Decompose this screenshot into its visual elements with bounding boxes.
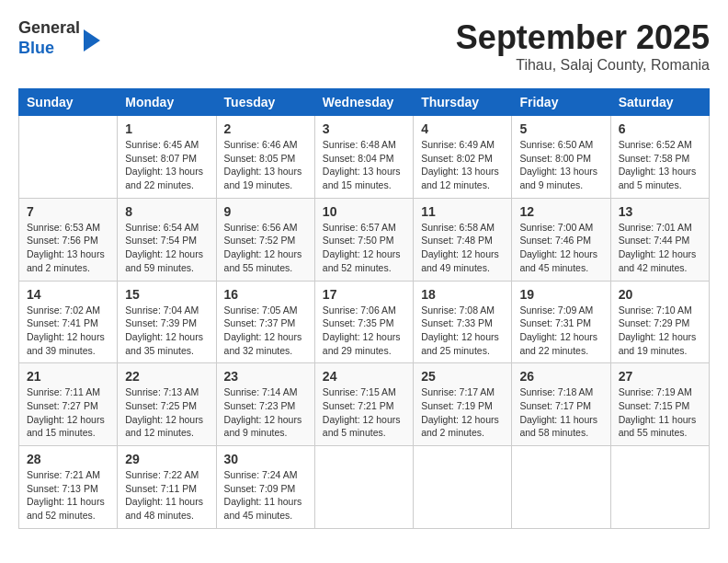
day-info: Sunrise: 7:06 AMSunset: 7:35 PMDaylight:… [323,304,405,358]
day-number: 1 [125,121,208,136]
day-info: Sunrise: 6:58 AMSunset: 7:48 PMDaylight:… [421,221,504,275]
day-number: 3 [323,121,405,136]
day-info: Sunrise: 7:21 AMSunset: 7:13 PMDaylight:… [27,468,109,523]
calendar-cell: 28Sunrise: 7:21 AMSunset: 7:13 PMDayligh… [19,446,118,529]
day-info: Sunrise: 7:08 AMSunset: 7:33 PMDaylight:… [421,304,504,358]
day-number: 17 [323,287,405,302]
day-number: 30 [224,452,307,466]
day-info: Sunrise: 6:52 AMSunset: 7:58 PMDaylight:… [619,138,701,192]
calendar-cell: 13Sunrise: 7:01 AMSunset: 7:44 PMDayligh… [610,198,709,281]
calendar-week-row: 14Sunrise: 7:02 AMSunset: 7:41 PMDayligh… [19,281,710,363]
calendar-cell: 18Sunrise: 7:08 AMSunset: 7:33 PMDayligh… [414,281,512,363]
calendar-week-row: 21Sunrise: 7:11 AMSunset: 7:27 PMDayligh… [19,363,710,446]
day-number: 12 [519,204,602,219]
calendar-cell: 30Sunrise: 7:24 AMSunset: 7:09 PMDayligh… [216,446,314,529]
logo-arrow-icon [84,29,100,52]
day-info: Sunrise: 7:02 AMSunset: 7:41 PMDaylight:… [27,304,109,358]
day-number: 15 [125,287,208,302]
calendar-cell: 19Sunrise: 7:09 AMSunset: 7:31 PMDayligh… [512,281,610,363]
day-number: 10 [323,204,405,219]
day-number: 23 [224,369,307,384]
day-number: 7 [27,204,109,219]
col-header-friday: Friday [512,89,610,116]
calendar-cell: 14Sunrise: 7:02 AMSunset: 7:41 PMDayligh… [19,281,118,363]
day-info: Sunrise: 6:48 AMSunset: 8:04 PMDaylight:… [323,138,405,192]
day-number: 21 [27,369,109,384]
day-number: 6 [619,121,701,136]
day-number: 5 [519,121,602,136]
calendar-cell: 4Sunrise: 6:49 AMSunset: 8:02 PMDaylight… [414,116,512,199]
col-header-tuesday: Tuesday [216,89,314,116]
day-info: Sunrise: 7:04 AMSunset: 7:39 PMDaylight:… [125,304,208,358]
calendar-cell: 7Sunrise: 6:53 AMSunset: 7:56 PMDaylight… [19,198,118,281]
day-number: 19 [519,287,602,302]
calendar-cell: 2Sunrise: 6:46 AMSunset: 8:05 PMDaylight… [216,116,314,199]
day-number: 28 [27,452,109,466]
calendar-cell: 25Sunrise: 7:17 AMSunset: 7:19 PMDayligh… [414,363,512,446]
calendar-table: SundayMondayTuesdayWednesdayThursdayFrid… [18,88,710,529]
day-info: Sunrise: 6:50 AMSunset: 8:00 PMDaylight:… [519,138,602,192]
calendar-header-row: SundayMondayTuesdayWednesdayThursdayFrid… [19,89,710,116]
calendar-cell: 10Sunrise: 6:57 AMSunset: 7:50 PMDayligh… [314,198,413,281]
calendar-cell: 24Sunrise: 7:15 AMSunset: 7:21 PMDayligh… [314,363,413,446]
calendar-cell: 16Sunrise: 7:05 AMSunset: 7:37 PMDayligh… [216,281,314,363]
calendar-cell: 3Sunrise: 6:48 AMSunset: 8:04 PMDaylight… [314,116,413,199]
calendar-cell: 1Sunrise: 6:45 AMSunset: 8:07 PMDaylight… [118,116,216,199]
col-header-wednesday: Wednesday [314,89,413,116]
calendar-cell: 6Sunrise: 6:52 AMSunset: 7:58 PMDaylight… [610,116,709,199]
title-block: September 2025 Tihau, Salaj County, Roma… [456,18,710,74]
day-info: Sunrise: 7:18 AMSunset: 7:17 PMDaylight:… [519,385,602,440]
calendar-week-row: 1Sunrise: 6:45 AMSunset: 8:07 PMDaylight… [19,116,710,199]
calendar-cell: 23Sunrise: 7:14 AMSunset: 7:23 PMDayligh… [216,363,314,446]
logo-line1: General [18,18,80,39]
calendar-cell [414,446,512,529]
day-info: Sunrise: 7:17 AMSunset: 7:19 PMDaylight:… [421,385,504,440]
calendar-cell: 22Sunrise: 7:13 AMSunset: 7:25 PMDayligh… [118,363,216,446]
month-title: September 2025 [456,18,710,57]
calendar-cell: 12Sunrise: 7:00 AMSunset: 7:46 PMDayligh… [512,198,610,281]
logo-text: General Blue [18,18,80,58]
logo: General Blue [18,18,100,58]
day-number: 9 [224,204,307,219]
day-info: Sunrise: 6:54 AMSunset: 7:54 PMDaylight:… [125,221,208,275]
day-number: 24 [323,369,405,384]
day-info: Sunrise: 7:14 AMSunset: 7:23 PMDaylight:… [224,385,307,440]
day-number: 22 [125,369,208,384]
day-info: Sunrise: 7:05 AMSunset: 7:37 PMDaylight:… [224,304,307,358]
calendar-cell: 20Sunrise: 7:10 AMSunset: 7:29 PMDayligh… [610,281,709,363]
day-info: Sunrise: 7:24 AMSunset: 7:09 PMDaylight:… [224,468,307,523]
col-header-saturday: Saturday [610,89,709,116]
day-info: Sunrise: 7:10 AMSunset: 7:29 PMDaylight:… [619,304,701,358]
day-number: 2 [224,121,307,136]
col-header-thursday: Thursday [414,89,512,116]
day-info: Sunrise: 6:53 AMSunset: 7:56 PMDaylight:… [27,221,109,275]
day-number: 11 [421,204,504,219]
day-info: Sunrise: 6:56 AMSunset: 7:52 PMDaylight:… [224,221,307,275]
day-info: Sunrise: 6:49 AMSunset: 8:02 PMDaylight:… [421,138,504,192]
calendar-cell: 21Sunrise: 7:11 AMSunset: 7:27 PMDayligh… [19,363,118,446]
day-info: Sunrise: 7:01 AMSunset: 7:44 PMDaylight:… [619,221,701,275]
calendar-cell: 29Sunrise: 7:22 AMSunset: 7:11 PMDayligh… [118,446,216,529]
day-number: 4 [421,121,504,136]
calendar-cell: 26Sunrise: 7:18 AMSunset: 7:17 PMDayligh… [512,363,610,446]
calendar-cell: 17Sunrise: 7:06 AMSunset: 7:35 PMDayligh… [314,281,413,363]
calendar-cell [19,116,118,199]
day-info: Sunrise: 7:13 AMSunset: 7:25 PMDaylight:… [125,385,208,440]
day-number: 20 [619,287,701,302]
day-info: Sunrise: 7:22 AMSunset: 7:11 PMDaylight:… [125,468,208,523]
day-info: Sunrise: 6:46 AMSunset: 8:05 PMDaylight:… [224,138,307,192]
logo-line2: Blue [18,39,80,59]
day-number: 14 [27,287,109,302]
day-number: 18 [421,287,504,302]
calendar-cell [512,446,610,529]
day-number: 16 [224,287,307,302]
calendar-cell: 27Sunrise: 7:19 AMSunset: 7:15 PMDayligh… [610,363,709,446]
calendar-week-row: 28Sunrise: 7:21 AMSunset: 7:13 PMDayligh… [19,446,710,529]
calendar-cell: 8Sunrise: 6:54 AMSunset: 7:54 PMDaylight… [118,198,216,281]
day-number: 25 [421,369,504,384]
day-number: 13 [619,204,701,219]
calendar-cell: 9Sunrise: 6:56 AMSunset: 7:52 PMDaylight… [216,198,314,281]
col-header-sunday: Sunday [19,89,118,116]
calendar-cell: 11Sunrise: 6:58 AMSunset: 7:48 PMDayligh… [414,198,512,281]
day-number: 27 [619,369,701,384]
